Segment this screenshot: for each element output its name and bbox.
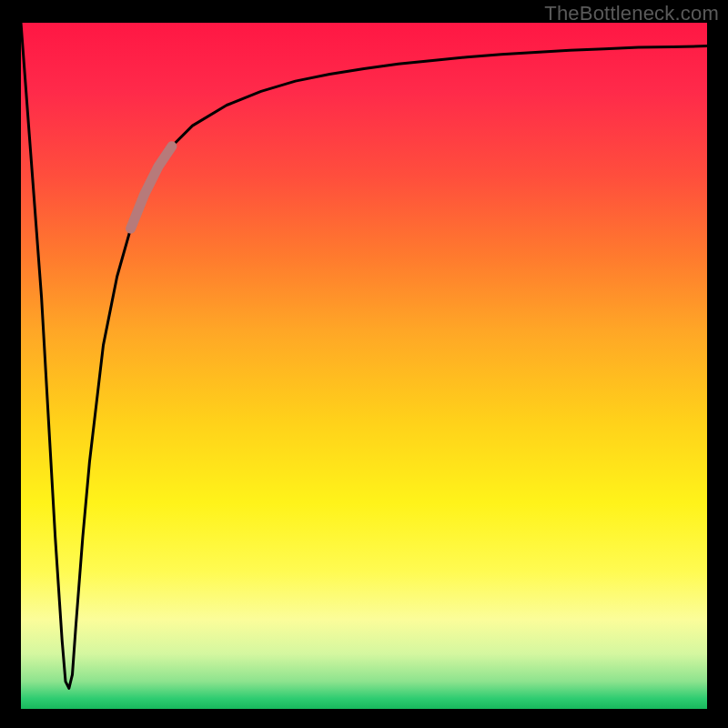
chart-svg <box>21 23 707 709</box>
chart-container: TheBottleneck.com <box>0 0 728 728</box>
plot-frame <box>18 20 710 712</box>
plot-area <box>21 23 707 709</box>
watermark-text: TheBottleneck.com <box>544 2 719 25</box>
bottleneck-curve-path <box>21 23 707 688</box>
highlight-segment <box>131 147 172 229</box>
